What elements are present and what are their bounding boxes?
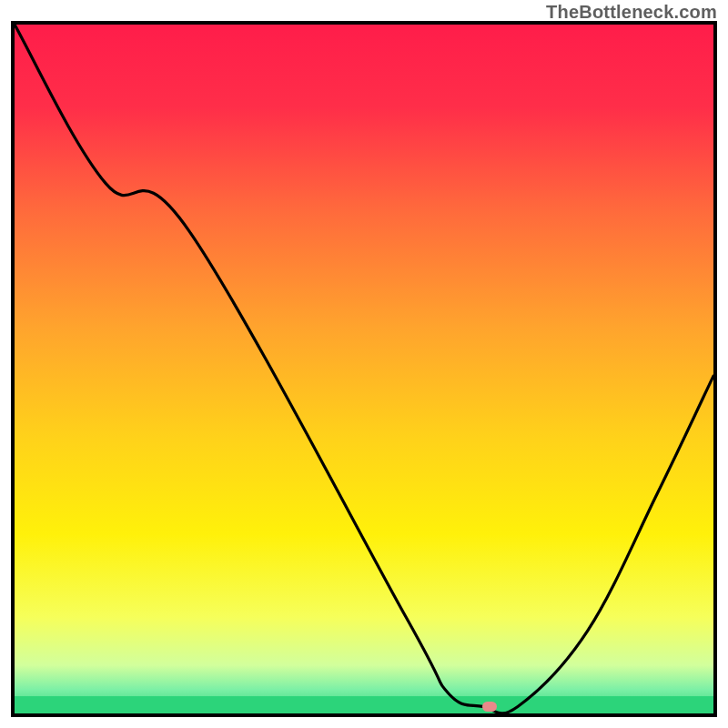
chart-frame bbox=[11, 21, 717, 717]
minimum-marker bbox=[482, 702, 497, 712]
baseline-band bbox=[15, 696, 713, 713]
svg-rect-0 bbox=[15, 25, 713, 713]
watermark-text: TheBottleneck.com bbox=[546, 2, 717, 23]
background-gradient bbox=[15, 25, 713, 713]
